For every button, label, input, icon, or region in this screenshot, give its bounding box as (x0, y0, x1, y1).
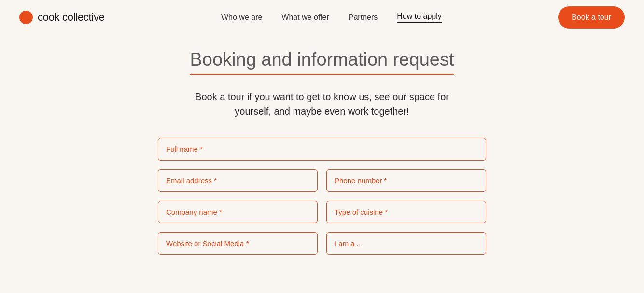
website-input[interactable] (158, 232, 318, 255)
company-input[interactable] (158, 201, 318, 223)
main-content: Booking and information request Book a t… (0, 35, 644, 274)
main-nav: Who we are What we offer Partners How to… (221, 12, 442, 23)
company-field (158, 201, 318, 223)
phone-field (326, 169, 486, 192)
form-row-fullname (158, 138, 486, 161)
logo-text: cook collective (38, 11, 105, 24)
booking-form (158, 138, 486, 255)
logo-dot (19, 11, 33, 24)
nav-what-we-offer[interactable]: What we offer (281, 13, 329, 22)
full-name-field (158, 138, 486, 161)
form-row-email-phone (158, 169, 486, 192)
iam-field (326, 232, 486, 255)
logo[interactable]: cook collective (19, 11, 105, 24)
phone-input[interactable] (326, 169, 486, 192)
iam-input[interactable] (326, 232, 486, 255)
cuisine-input[interactable] (326, 201, 486, 223)
cuisine-field (326, 201, 486, 223)
form-row-company-cuisine (158, 201, 486, 223)
page-title: Booking and information request (190, 49, 454, 75)
book-tour-button[interactable]: Book a tour (558, 6, 625, 29)
email-input[interactable] (158, 169, 318, 192)
nav-how-to-apply[interactable]: How to apply (397, 12, 442, 23)
nav-partners[interactable]: Partners (349, 13, 378, 22)
form-row-website-iam (158, 232, 486, 255)
website-field (158, 232, 318, 255)
full-name-input[interactable] (158, 138, 486, 161)
page-subtitle: Book a tour if you want to get to know u… (187, 89, 457, 118)
header: cook collective Who we are What we offer… (0, 0, 644, 35)
email-field (158, 169, 318, 192)
nav-who-we-are[interactable]: Who we are (221, 13, 262, 22)
